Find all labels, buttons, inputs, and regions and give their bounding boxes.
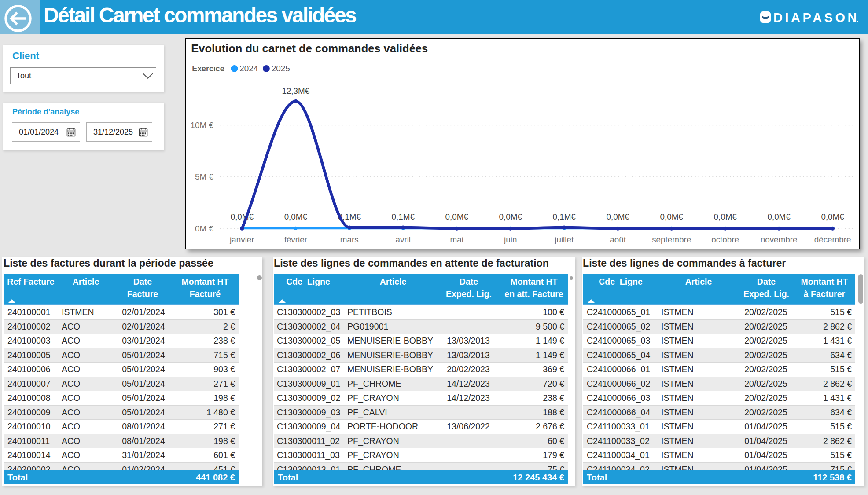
svg-text:0,1M€: 0,1M€ <box>553 212 576 221</box>
svg-text:0,1M€: 0,1M€ <box>392 212 415 221</box>
svg-text:0,0M€: 0,0M€ <box>445 212 469 221</box>
svg-text:0,0M€: 0,0M€ <box>231 212 254 221</box>
svg-text:août: août <box>610 235 626 244</box>
svg-text:octobre: octobre <box>711 235 739 244</box>
svg-text:mars: mars <box>340 235 359 244</box>
svg-text:février: février <box>284 235 307 244</box>
svg-text:5M €: 5M € <box>195 172 213 181</box>
svg-text:0,0M€: 0,0M€ <box>284 212 308 221</box>
svg-text:mai: mai <box>450 235 463 244</box>
svg-text:0,0M€: 0,0M€ <box>821 212 844 221</box>
svg-text:0,0M€: 0,0M€ <box>714 212 737 221</box>
svg-text:juin: juin <box>504 235 517 244</box>
svg-text:0,0M€: 0,0M€ <box>499 212 522 221</box>
svg-text:DIAPASON: DIAPASON <box>773 11 859 25</box>
svg-text:0M €: 0M € <box>195 224 213 233</box>
svg-text:2025: 2025 <box>272 64 290 73</box>
svg-text:0,0M€: 0,0M€ <box>767 212 791 221</box>
svg-text:novembre: novembre <box>761 235 798 244</box>
svg-text:avril: avril <box>396 235 411 244</box>
svg-text:janvier: janvier <box>229 235 254 244</box>
svg-text:0,0M€: 0,0M€ <box>660 212 683 221</box>
svg-text:Evolution du carnet de command: Evolution du carnet de commandes validée… <box>191 42 428 55</box>
svg-text:10M €: 10M € <box>191 121 214 130</box>
svg-text:septembre: septembre <box>652 235 691 244</box>
svg-text:juillet: juillet <box>554 235 574 244</box>
svg-text:2024: 2024 <box>239 64 258 73</box>
svg-text:12,3M€: 12,3M€ <box>282 86 309 95</box>
svg-text:0,0M€: 0,0M€ <box>607 212 630 221</box>
svg-text:décembre: décembre <box>814 235 851 244</box>
svg-text:Exercice: Exercice <box>192 64 224 73</box>
